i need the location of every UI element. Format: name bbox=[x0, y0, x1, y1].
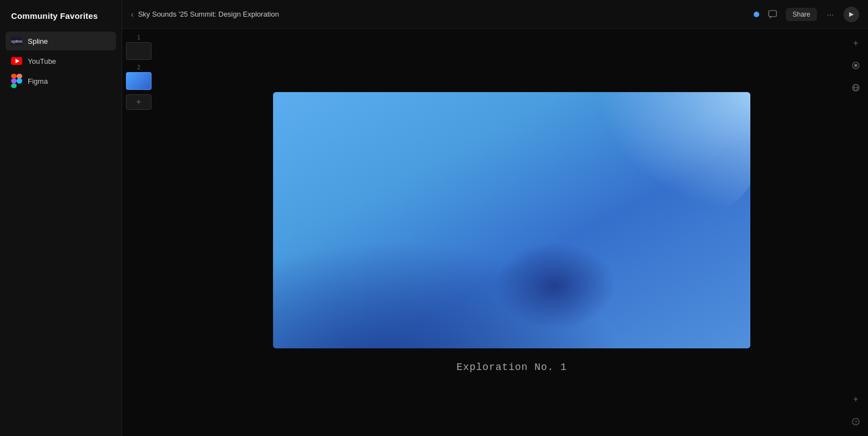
ellipsis-icon: ··· bbox=[827, 9, 834, 19]
play-icon: ▶ bbox=[849, 11, 854, 18]
globe-tool-button[interactable] bbox=[847, 79, 865, 97]
right-tools-panel: + + bbox=[844, 29, 868, 436]
back-button[interactable]: ‹ bbox=[131, 10, 134, 19]
svg-rect-3 bbox=[11, 83, 17, 88]
svg-rect-2 bbox=[11, 79, 17, 84]
svg-text:?: ? bbox=[854, 419, 857, 425]
slides-panel: 1 2 + bbox=[122, 29, 155, 436]
sidebar-item-spline-label: Spline bbox=[28, 37, 48, 45]
svg-rect-0 bbox=[11, 74, 17, 79]
sidebar-item-figma[interactable]: Figma bbox=[6, 72, 116, 90]
youtube-icon bbox=[11, 55, 22, 67]
svg-point-4 bbox=[17, 78, 22, 84]
svg-point-9 bbox=[445, 192, 645, 336]
svg-rect-1 bbox=[17, 74, 22, 79]
right-tools-bottom: + ? bbox=[847, 391, 865, 430]
share-button[interactable]: Share bbox=[786, 8, 817, 21]
sidebar-item-youtube-label: YouTube bbox=[28, 57, 56, 65]
svg-rect-5 bbox=[769, 11, 776, 17]
topbar-left: ‹ Sky Sounds '25 Summit: Design Explorat… bbox=[131, 10, 279, 19]
main-area: ‹ Sky Sounds '25 Summit: Design Explorat… bbox=[122, 0, 868, 436]
sidebar-title: Community Favorites bbox=[0, 11, 122, 32]
right-tools-top: + bbox=[847, 34, 865, 97]
slide-1-thumb: 1 bbox=[125, 34, 153, 60]
add-tool-button[interactable]: + bbox=[847, 34, 865, 52]
status-dot bbox=[754, 12, 759, 17]
canvas-area: Exploration No. 1 bbox=[155, 29, 868, 436]
sidebar-item-figma-label: Figma bbox=[28, 77, 48, 85]
help-button[interactable]: ? bbox=[847, 413, 865, 430]
play-button[interactable]: ▶ bbox=[844, 7, 859, 22]
figma-icon bbox=[11, 75, 22, 87]
slide-1-preview[interactable] bbox=[126, 42, 152, 60]
svg-point-11 bbox=[854, 64, 857, 67]
slide-2-thumb: 2 bbox=[125, 64, 153, 90]
record-tool-button[interactable] bbox=[847, 57, 865, 74]
back-chevron-icon: ‹ bbox=[131, 10, 134, 19]
sidebar-item-youtube[interactable]: YouTube bbox=[6, 52, 116, 70]
more-options-button[interactable]: ··· bbox=[822, 7, 838, 22]
content-area: 1 2 + bbox=[122, 29, 868, 436]
zoom-add-icon: + bbox=[853, 394, 858, 404]
zoom-add-button[interactable]: + bbox=[847, 391, 865, 408]
add-icon: + bbox=[853, 38, 858, 48]
comment-button[interactable] bbox=[765, 7, 780, 22]
sidebar-item-spline[interactable]: spline Spline bbox=[6, 32, 116, 50]
topbar: ‹ Sky Sounds '25 Summit: Design Explorat… bbox=[122, 0, 868, 29]
topbar-right: Share ··· ▶ bbox=[754, 7, 859, 22]
sidebar-items: spline Spline YouTube Figma bbox=[0, 32, 122, 90]
add-slide-icon: + bbox=[136, 97, 141, 107]
slide-2-number: 2 bbox=[137, 64, 140, 70]
slide-1-number: 1 bbox=[137, 34, 140, 40]
canvas-caption: Exploration No. 1 bbox=[457, 362, 567, 373]
topbar-title: Sky Sounds '25 Summit: Design Exploratio… bbox=[138, 10, 279, 18]
spline-icon: spline bbox=[11, 36, 22, 47]
sidebar: Community Favorites spline Spline YouTub… bbox=[0, 0, 122, 436]
canvas-frame bbox=[273, 92, 750, 348]
add-slide-button[interactable]: + bbox=[126, 94, 152, 110]
canvas-image bbox=[273, 92, 750, 348]
slide-2-preview[interactable] bbox=[126, 72, 152, 90]
